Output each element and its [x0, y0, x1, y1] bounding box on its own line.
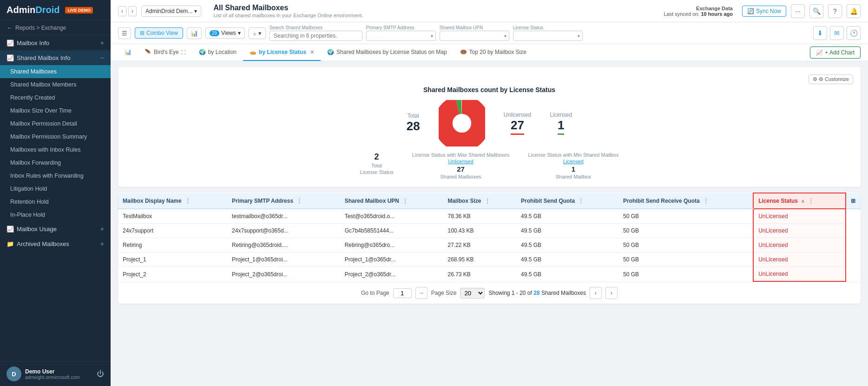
chart-tab-by-license-status[interactable]: 🥧 by License Status ✕	[243, 44, 321, 61]
search-input[interactable]	[270, 31, 362, 41]
col-sort-license-status[interactable]: ∧	[801, 199, 804, 204]
cell-license-1: UnLicensed	[753, 224, 846, 238]
cell-mailbox-name-4: Project_2	[118, 267, 227, 282]
chart-tab-by-location[interactable]: 🌍 by Location	[192, 44, 243, 61]
chart-section: ⚙ ⚙ Customize Shared Mailboxes count by …	[118, 67, 861, 187]
col-settings-icon[interactable]: ⊞	[851, 198, 855, 204]
sidebar-item-shared-mailbox-members[interactable]: Shared Mailbox Members	[0, 78, 111, 91]
combo-view-icon: ⊞	[140, 30, 145, 36]
search-btn[interactable]: 🔍	[809, 4, 823, 18]
top20-label: Top 20 by Mailbox Size	[469, 49, 526, 55]
col-primary-smtp-address: Primary SMTP Address ⋮	[227, 193, 340, 209]
sidebar-item-inbox-rules-with-forwarding[interactable]: Inbox Rules with Forwarding	[0, 169, 111, 182]
cell-upn-3: Project_1@o365dr...	[340, 253, 443, 267]
views-btn[interactable]: 29 Views ▾	[205, 27, 245, 39]
cell-size-4: 26.73 KB	[443, 267, 516, 282]
more-options-btn[interactable]: ···	[791, 4, 805, 18]
footer-min-label: License Status with Min Shared Mailbox	[528, 152, 618, 158]
chart-tab-bar-icon[interactable]: 📊	[118, 44, 138, 61]
combo-view-btn[interactable]: ⊞ Combo View	[135, 27, 183, 39]
col-settings[interactable]: ⊞	[846, 193, 861, 209]
license-status-select[interactable]	[513, 31, 583, 41]
col-menu-shared-upn[interactable]: ⋮	[402, 198, 408, 204]
help-btn[interactable]: ?	[828, 4, 842, 18]
col-menu-prohibit-send-receive[interactable]: ⋮	[703, 198, 709, 204]
page-go-btn[interactable]: →	[415, 287, 427, 299]
notifications-btn[interactable]: 🔔	[847, 4, 861, 18]
total-label: Total	[407, 113, 420, 119]
add-chart-btn[interactable]: 📈 + Add Chart	[810, 47, 861, 59]
sidebar-item-litigation-hold[interactable]: Litigation Hold	[0, 182, 111, 195]
col-menu-license-status[interactable]: ⋮	[808, 198, 814, 204]
table-row: Project_2 Project_2@o365droi... Project_…	[118, 267, 861, 282]
sidebar-item-shared-mailboxes[interactable]: Shared Mailboxes	[0, 65, 111, 78]
sidebar-item-mailbox-size-over-time[interactable]: Mailbox Size Over Time	[0, 104, 111, 117]
col-label-display-name: Mailbox Display Name	[123, 198, 182, 204]
sidebar-item-mailbox-permission-summary[interactable]: Mailbox Permission Summary	[0, 130, 111, 143]
page-input[interactable]	[393, 288, 412, 298]
cell-mailbox-name-0: TestMailbox	[118, 209, 227, 224]
sync-now-btn[interactable]: 🔄 Sync Now	[742, 6, 786, 17]
table-row: Project_1 Project_1@o365droi... Project_…	[118, 253, 861, 267]
email-icon[interactable]: ✉	[830, 26, 844, 40]
search-box: Search Shared Mailboxes	[270, 25, 362, 41]
cell-smtp-2: Retiring@o365droid....	[227, 238, 340, 253]
col-mailbox-size: Mailbox Size ⋮	[443, 193, 516, 209]
prev-page-btn[interactable]: ‹	[590, 287, 602, 299]
primary-smtp-select[interactable]	[366, 31, 436, 41]
chart-tab-birds-eye[interactable]: 🪶 Bird's Eye ⛶	[138, 44, 192, 61]
chart-view-btn[interactable]: 📊	[187, 27, 202, 39]
footer-total-sub: Total	[371, 163, 382, 168]
footer-licensed-link[interactable]: Licensed	[563, 159, 584, 164]
page-size-select[interactable]: 20 50 100	[460, 288, 485, 299]
tenant-selector[interactable]: AdminDroid Dem... ▾	[141, 6, 201, 17]
archived-mailboxes-expand-icon: +	[100, 240, 104, 247]
sidebar-item-in-place-hold[interactable]: In-Place Hold	[0, 208, 111, 221]
sidebar-group-shared-mailbox-info[interactable]: 📈 Shared Mailbox Info −	[0, 50, 111, 65]
download-icon[interactable]: ⬇	[813, 26, 827, 40]
filter-btn[interactable]: ⬦ ▾	[249, 27, 266, 39]
nav-back-btn[interactable]: ‹	[118, 6, 126, 16]
footer-min-mailboxes: License Status with Min Shared Mailbox L…	[528, 152, 618, 180]
cell-smtp-0: testmailbox@o365dr...	[227, 209, 340, 224]
birds-eye-label: Bird's Eye	[154, 49, 179, 55]
sidebar-item-retention-hold[interactable]: Retention Hold	[0, 195, 111, 208]
sidebar-item-mailbox-forwarding[interactable]: Mailbox Forwarding	[0, 156, 111, 169]
top20-icon: 🍩	[460, 49, 467, 55]
col-menu-mailbox-size[interactable]: ⋮	[485, 198, 490, 204]
mailbox-info-icon: 📈	[7, 40, 14, 47]
sidebar-item-recently-created[interactable]: Recently Created	[0, 91, 111, 104]
next-page-btn[interactable]: ›	[605, 287, 618, 299]
schedule-icon[interactable]: 🕐	[847, 26, 861, 40]
cell-mailbox-name-3: Project_1	[118, 253, 227, 267]
add-chart-icon: 📈	[816, 49, 823, 56]
shared-map-label: Shared Mailboxes by License Status on Ma…	[336, 49, 447, 55]
col-label-prohibit-send-receive: Prohibit Send Receive Quota	[623, 198, 700, 204]
sidebar-group-archived-mailboxes[interactable]: 📁 Archived Mailboxes +	[0, 236, 111, 251]
cell-upn-4: Project_2@o365dr...	[340, 267, 443, 282]
chart-tab-top20[interactable]: 🍩 Top 20 by Mailbox Size	[454, 44, 533, 61]
table-row: 24x7support 24x7support@o365d... Gc7b4b5…	[118, 224, 861, 238]
topbar: ‹ › AdminDroid Dem... ▾ All Shared Mailb…	[111, 0, 868, 22]
list-view-btn[interactable]: ☰	[118, 27, 131, 39]
back-nav[interactable]: ← Reports > Exchange	[0, 20, 111, 35]
sidebar-group-mailbox-info[interactable]: 📈 Mailbox Info +	[0, 35, 111, 50]
col-menu-primary-smtp[interactable]: ⋮	[296, 198, 302, 204]
col-menu-display-name[interactable]: ⋮	[185, 198, 191, 204]
cell-smtp-3: Project_1@o365droi...	[227, 253, 340, 267]
shared-mailbox-upn-select[interactable]	[440, 31, 509, 41]
footer-unlicensed-link[interactable]: Unlicensed	[448, 159, 473, 164]
sidebar-item-mailboxes-with-inbox-rules[interactable]: Mailboxes with Inbox Rules	[0, 143, 111, 156]
nav-forward-btn[interactable]: ›	[128, 6, 137, 16]
logout-icon[interactable]: ⏻	[97, 370, 104, 378]
page-size-label: Page Size	[431, 290, 457, 296]
by-license-close-icon[interactable]: ✕	[310, 49, 314, 55]
mailboxes-table: Mailbox Display Name ⋮ Primary SMTP Addr…	[118, 193, 861, 282]
sidebar-group-mailbox-usage[interactable]: 📈 Mailbox Usage +	[0, 221, 111, 236]
shared-mailbox-info-icon: 📈	[7, 54, 14, 61]
customize-btn[interactable]: ⚙ ⚙ Customize	[809, 74, 853, 84]
chart-tab-shared-map[interactable]: 🌍 Shared Mailboxes by License Status on …	[321, 44, 453, 61]
cell-license-2: UnLicensed	[753, 238, 846, 253]
sidebar-item-mailbox-permission-detail[interactable]: Mailbox Permission Detail	[0, 117, 111, 130]
col-menu-prohibit-send[interactable]: ⋮	[578, 198, 584, 204]
